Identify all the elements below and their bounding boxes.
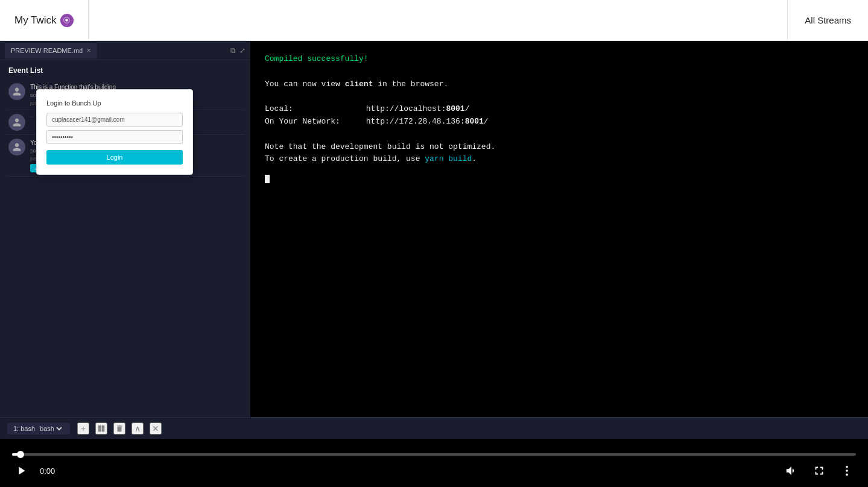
svg-point-4 (846, 466, 848, 468)
volume-button[interactable] (782, 462, 800, 480)
close-terminal-button[interactable]: ✕ (150, 423, 162, 435)
brand-text: My Twick (14, 14, 57, 27)
terminal-line-local: Local: http://localhost:8001/ (265, 103, 854, 116)
top-nav: My Twick All Streams (0, 0, 868, 41)
network-url: http://172.28.48.136:8001/ (366, 117, 489, 126)
delete-terminal-button[interactable] (113, 423, 125, 435)
terminal-panel: Compiled successfully! You can now view … (250, 41, 868, 439)
terminal-line-network: On Your Network: http://172.28.48.136:80… (265, 116, 854, 128)
left-panel: PREVIEW README.md ✕ ⧉ ⤢ Event List This … (0, 41, 250, 439)
terminal-line-note1: Note that the development build is not o… (265, 141, 854, 154)
local-url: http://localhost:8001/ (366, 104, 470, 113)
tab-label: PREVIEW README.md (11, 47, 83, 54)
terminal-line-success: Compiled successfully! (265, 53, 854, 66)
split-terminal-button[interactable] (95, 423, 107, 435)
video-container: PREVIEW README.md ✕ ⧉ ⤢ Event List This … (0, 41, 868, 487)
modal-title: Login to Bunch Up (46, 99, 183, 107)
event-list-title: Event List (6, 66, 244, 75)
svg-point-6 (846, 474, 848, 476)
password-field[interactable] (46, 130, 183, 144)
terminal-line-note2: To create a production build, use yarn b… (265, 153, 854, 166)
controls-right (782, 462, 856, 480)
cursor (265, 175, 270, 183)
maximize-icon[interactable]: ⤢ (239, 46, 246, 55)
avatar (8, 114, 25, 131)
local-label: Local: (265, 103, 361, 116)
controls-row: 0:00 (12, 462, 856, 480)
add-terminal-button[interactable]: + (77, 423, 89, 435)
more-options-button[interactable] (838, 462, 856, 480)
svg-rect-3 (102, 425, 105, 432)
progress-bar[interactable] (12, 453, 856, 456)
svg-rect-2 (98, 425, 101, 432)
nav-brand: My Twick (0, 0, 89, 40)
avatar (8, 139, 25, 156)
terminal-bar: 1: bash bash + ∧ ✕ (0, 417, 868, 439)
terminal-cursor-line (265, 171, 854, 183)
tab-preview-readme[interactable]: PREVIEW README.md ✕ (5, 43, 97, 58)
time-display: 0:00 (40, 467, 55, 476)
progress-thumb[interactable] (17, 451, 24, 458)
tab-icons: ⧉ ⤢ (230, 46, 246, 55)
terminal-line-view: You can now view client in the browser. (265, 78, 854, 91)
tab-close-icon[interactable]: ✕ (86, 47, 91, 54)
all-streams-button[interactable]: All Streams (787, 0, 868, 40)
move-up-button[interactable]: ∧ (131, 423, 144, 435)
terminal-controls: + ∧ ✕ (77, 423, 162, 435)
email-field[interactable] (46, 113, 183, 127)
play-button[interactable] (12, 462, 30, 480)
terminal-tab-select[interactable]: bash (37, 424, 64, 433)
network-label: On Your Network: (265, 116, 361, 128)
player-controls: 0:00 (0, 439, 868, 487)
fullscreen-button[interactable] (810, 462, 828, 480)
terminal-tab: 1: bash bash (7, 423, 70, 435)
split-icon[interactable]: ⧉ (230, 46, 236, 55)
svg-point-5 (846, 470, 848, 472)
podcast-icon (60, 14, 74, 27)
terminal-tab-label: 1: bash (13, 425, 35, 432)
svg-point-1 (66, 19, 67, 20)
tab-bar: PREVIEW README.md ✕ ⧉ ⤢ (0, 41, 250, 60)
login-button[interactable]: Login (46, 150, 183, 165)
login-modal: Login to Bunch Up Login (36, 89, 193, 175)
avatar (8, 83, 25, 100)
